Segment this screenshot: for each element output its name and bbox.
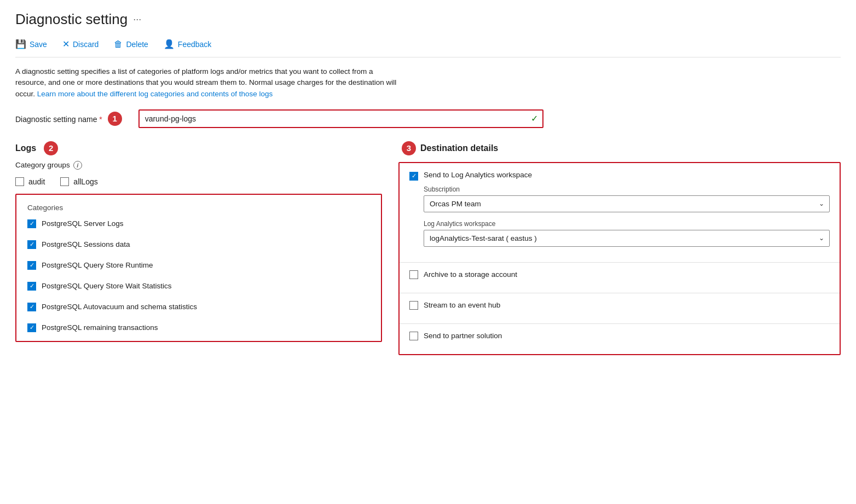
audit-checkbox-item[interactable]: audit — [15, 177, 45, 186]
partner-destination-item: Send to partner solution — [400, 324, 840, 354]
list-item: ✓ PostgreSQL Server Logs — [27, 219, 370, 228]
list-item: ✓ PostgreSQL Query Store Runtime — [27, 261, 370, 270]
postgresql-query-store-runtime-label: PostgreSQL Query Store Runtime — [42, 261, 153, 269]
postgresql-query-store-runtime-checkbox[interactable]: ✓ — [27, 261, 36, 270]
category-groups-label: Category groups — [15, 161, 70, 169]
setting-name-input-container: ✓ — [138, 109, 543, 128]
learn-more-link[interactable]: Learn more about the different log categ… — [37, 90, 273, 98]
log-analytics-destination-item: ✓ Send to Log Analytics workspace Subscr… — [400, 163, 840, 263]
allLogs-checkbox-item[interactable]: allLogs — [60, 177, 97, 186]
category-groups-row: Category groups i — [15, 161, 382, 170]
input-valid-checkmark: ✓ — [531, 113, 538, 124]
main-content: Logs 2 Category groups i audit allLogs C… — [15, 141, 841, 355]
allLogs-checkbox[interactable] — [60, 177, 69, 186]
event-hub-content: Stream to an event hub — [424, 301, 830, 316]
workspace-dropdown-wrap: logAnalytics-Test-sarat ( eastus ) ⌄ — [424, 230, 830, 247]
allLogs-label: allLogs — [73, 177, 97, 186]
storage-label: Archive to a storage account — [424, 270, 830, 279]
postgresql-server-logs-label: PostgreSQL Server Logs — [42, 219, 124, 228]
toolbar: 💾 Save ✕ Discard 🗑 Delete 👤 Feedback — [15, 37, 841, 57]
page-title: Diagnostic setting — [15, 11, 128, 28]
delete-icon: 🗑 — [114, 39, 123, 49]
categories-title: Categories — [27, 204, 370, 212]
partner-content: Send to partner solution — [424, 332, 830, 346]
destination-panel: 3 Destination details ✓ Send to Log Anal… — [398, 141, 841, 355]
step-badge-1: 1 — [108, 112, 122, 126]
feedback-button[interactable]: 👤 Feedback — [164, 37, 219, 51]
step-badge-3: 3 — [402, 141, 416, 155]
storage-checkbox[interactable] — [409, 270, 418, 279]
feedback-icon: 👤 — [164, 39, 175, 49]
storage-content: Archive to a storage account — [424, 270, 830, 285]
event-hub-checkbox[interactable] — [409, 301, 418, 310]
logs-section-title: Logs 2 — [15, 141, 382, 155]
save-button[interactable]: 💾 Save — [15, 37, 55, 51]
subscription-dropdown-wrap: Orcas PM team ⌄ — [424, 195, 830, 212]
postgresql-autovacuum-checkbox[interactable]: ✓ — [27, 303, 36, 311]
subscription-dropdown[interactable]: Orcas PM team — [424, 195, 830, 212]
setting-name-label: Diagnostic setting name * 1 — [15, 112, 122, 126]
storage-destination-item: Archive to a storage account — [400, 263, 840, 293]
setting-name-input[interactable] — [138, 109, 543, 128]
postgresql-query-store-wait-statistics-checkbox[interactable]: ✓ — [27, 282, 36, 291]
description-section: A diagnostic setting specifies a list of… — [15, 66, 398, 100]
postgresql-autovacuum-label: PostgreSQL Autovacuum and schema statist… — [42, 303, 197, 311]
postgresql-sessions-data-label: PostgreSQL Sessions data — [42, 240, 130, 248]
category-groups-checkboxes: audit allLogs — [15, 177, 382, 186]
audit-label: audit — [28, 177, 45, 186]
discard-icon: ✕ — [62, 39, 70, 49]
destination-box: ✓ Send to Log Analytics workspace Subscr… — [398, 162, 841, 355]
event-hub-destination-item: Stream to an event hub — [400, 293, 840, 324]
postgresql-remaining-transactions-label: PostgreSQL remaining transactions — [42, 323, 158, 332]
list-item: ✓ PostgreSQL Sessions data — [27, 240, 370, 249]
log-analytics-checkbox[interactable]: ✓ — [409, 172, 418, 181]
required-star: * — [99, 114, 102, 123]
subscription-label: Subscription — [424, 186, 830, 193]
partner-checkbox[interactable] — [409, 332, 418, 340]
save-icon: 💾 — [15, 39, 26, 49]
info-icon: i — [73, 161, 82, 170]
discard-button[interactable]: ✕ Discard — [62, 37, 106, 51]
step-badge-2: 2 — [44, 141, 58, 155]
audit-checkbox[interactable] — [15, 177, 24, 186]
list-item: ✓ PostgreSQL Autovacuum and schema stati… — [27, 303, 370, 311]
setting-name-input-wrap: ✓ — [138, 109, 543, 128]
log-analytics-label: Send to Log Analytics workspace — [424, 171, 830, 179]
event-hub-label: Stream to an event hub — [424, 301, 830, 309]
postgresql-sessions-data-checkbox[interactable]: ✓ — [27, 240, 36, 249]
categories-box: Categories ✓ PostgreSQL Server Logs ✓ Po… — [15, 194, 382, 342]
partner-label: Send to partner solution — [424, 332, 830, 340]
delete-button[interactable]: 🗑 Delete — [114, 37, 155, 51]
page-title-ellipsis: ··· — [133, 14, 141, 25]
postgresql-query-store-wait-statistics-label: PostgreSQL Query Store Wait Statistics — [42, 282, 172, 290]
workspace-dropdown[interactable]: logAnalytics-Test-sarat ( eastus ) — [424, 230, 830, 247]
postgresql-server-logs-checkbox[interactable]: ✓ — [27, 219, 36, 228]
postgresql-remaining-transactions-checkbox[interactable]: ✓ — [27, 323, 36, 332]
setting-name-row: Diagnostic setting name * 1 ✓ — [15, 109, 841, 128]
logs-panel: Logs 2 Category groups i audit allLogs C… — [15, 141, 382, 342]
destination-title: 3 Destination details — [398, 141, 841, 155]
log-analytics-content: Send to Log Analytics workspace Subscrip… — [424, 171, 830, 254]
page-title-section: Diagnostic setting ··· — [15, 11, 841, 28]
list-item: ✓ PostgreSQL Query Store Wait Statistics — [27, 282, 370, 291]
workspace-label: Log Analytics workspace — [424, 220, 830, 228]
list-item: ✓ PostgreSQL remaining transactions — [27, 323, 370, 332]
